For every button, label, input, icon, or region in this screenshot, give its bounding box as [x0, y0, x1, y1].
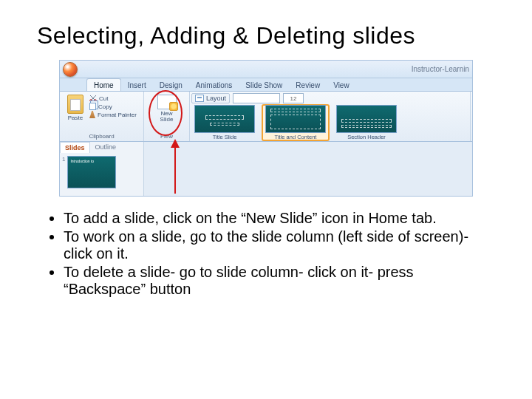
copy-button[interactable]: Copy — [89, 103, 139, 110]
layout-gallery-group: Layout 12 Title Slide — [190, 92, 471, 141]
panel-tab-outline[interactable]: Outline — [90, 141, 122, 153]
layout-label: Layout — [206, 95, 226, 102]
copy-icon — [89, 103, 96, 110]
ribbon-body: Paste Cut Copy Format Painter — [60, 92, 472, 142]
new-slide-button[interactable]: New Slide — [151, 93, 183, 123]
paste-button[interactable]: Paste — [64, 93, 86, 133]
clipboard-group: Paste Cut Copy Format Painter — [60, 92, 144, 141]
new-slide-icon — [157, 95, 177, 109]
instruction-list: To add a slide, click on the “New Slide”… — [37, 210, 495, 298]
tab-slide-show[interactable]: Slide Show — [239, 79, 289, 91]
slide-thumbnail-number: 1 — [62, 156, 65, 163]
layout-thumb-section-header — [336, 105, 397, 133]
tab-insert[interactable]: Insert — [121, 79, 153, 91]
slide-thumbnail-1[interactable]: 1 Introduction to — [60, 153, 143, 191]
layout-label-title-content: Title and Content — [275, 134, 317, 140]
tab-design[interactable]: Design — [153, 79, 189, 91]
slides-group: New Slide Flew — [144, 92, 190, 141]
paste-icon — [67, 95, 83, 114]
instruction-item: To work on a slide, go to the slide colu… — [64, 228, 495, 262]
slide-thumbnail-title: Introduction to — [70, 159, 94, 163]
office-button-icon[interactable] — [63, 62, 78, 77]
ribbon-tab-strip: Home Insert Design Animations Slide Show… — [60, 78, 472, 92]
tab-animations[interactable]: Animations — [189, 79, 239, 91]
panel-tab-slides[interactable]: Slides — [60, 142, 90, 153]
layout-label-title-slide: Title Slide — [213, 134, 237, 140]
tab-home[interactable]: Home — [86, 78, 121, 91]
instruction-item: To delete a slide- go to slide column- c… — [64, 264, 495, 298]
layout-button[interactable]: Layout — [191, 93, 230, 103]
editing-canvas[interactable] — [144, 142, 472, 196]
layout-item-section-header[interactable]: Section Header — [333, 105, 400, 140]
layout-thumb-title-content — [265, 105, 326, 133]
new-slide-label: New Slide — [160, 111, 174, 123]
paste-label: Paste — [68, 115, 83, 121]
layout-icon — [195, 95, 204, 102]
slides-group-label: Flew — [160, 133, 173, 140]
layout-thumb-title-slide — [194, 105, 255, 133]
brush-icon — [89, 111, 95, 118]
annotation-red-arrow — [153, 139, 197, 195]
title-bar: Instructor-Learnin — [60, 61, 472, 78]
layout-item-title-slide[interactable]: Title Slide — [191, 105, 258, 140]
tab-view[interactable]: View — [327, 79, 356, 91]
cut-label: Cut — [99, 95, 108, 102]
powerpoint-screenshot: Instructor-Learnin Home Insert Design An… — [59, 60, 473, 197]
cut-button[interactable]: Cut — [89, 95, 139, 102]
slide-panel: Slides Outline 1 Introduction to — [60, 142, 144, 196]
instruction-item: To add a slide, click on the “New Slide”… — [64, 210, 495, 227]
font-family-combo[interactable] — [233, 93, 280, 103]
copy-label: Copy — [98, 103, 112, 110]
layout-item-title-content[interactable]: Title and Content — [262, 105, 329, 140]
font-size-combo[interactable]: 12 — [283, 93, 304, 103]
format-painter-button[interactable]: Format Painter — [89, 111, 139, 118]
document-title-fragment: Instructor-Learnin — [412, 65, 469, 73]
layout-label-section-header: Section Header — [347, 134, 386, 140]
tab-review[interactable]: Review — [289, 79, 327, 91]
scissors-icon — [89, 95, 97, 102]
format-painter-label: Format Painter — [98, 112, 137, 118]
work-area: Slides Outline 1 Introduction to — [60, 142, 472, 196]
page-title: Selecting, Adding & Deleting slides — [37, 22, 495, 50]
clipboard-group-label: Clipboard — [64, 133, 139, 140]
slide-thumbnail-preview: Introduction to — [67, 156, 116, 188]
